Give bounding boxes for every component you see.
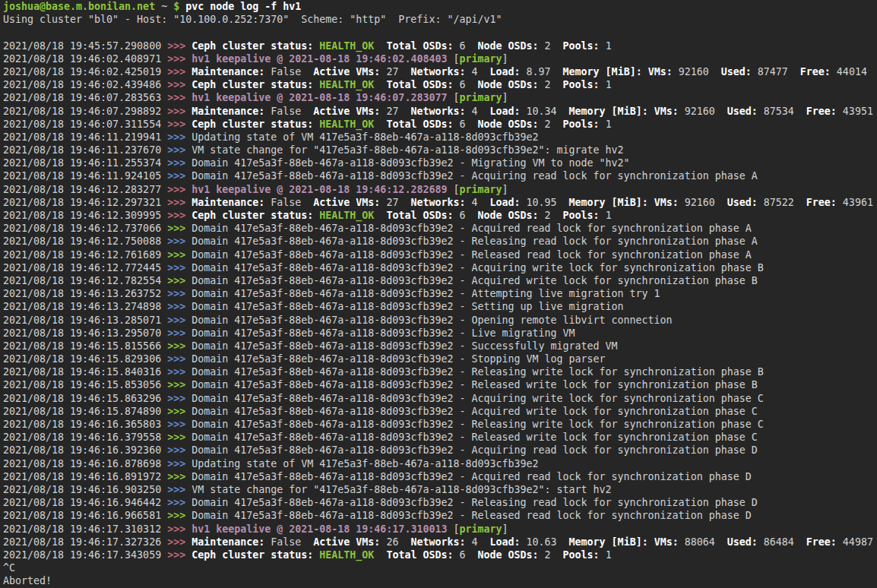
log-timestamp: 2021/08/18 19:46:17.310312 [3, 523, 167, 535]
log-timestamp: 2021/08/18 19:46:13.285071 [3, 315, 167, 326]
log-text-segment: Active VMs: [313, 66, 380, 77]
log-text-segment: Ceph cluster status: [192, 549, 313, 561]
log-line: 2021/08/18 19:46:15.840316 >>> Domain 41… [3, 365, 877, 378]
log-arrow: >>> [167, 484, 192, 495]
log-text-segment: Domain 417e5a3f-88eb-467a-a118-8d093cfb3… [192, 327, 575, 339]
log-arrow: >>> [167, 497, 192, 508]
log-text-segment: 4 [465, 197, 489, 208]
log-timestamp: 2021/08/18 19:45:57.290800 [3, 40, 167, 52]
log-text-segment: 87477 [752, 66, 800, 77]
log-text-segment: Domain 417e5a3f-88eb-467a-a118-8d093cfb3… [192, 157, 629, 169]
log-text-segment: Total OSDs: [386, 119, 453, 130]
log-arrow: >>> [167, 458, 192, 469]
log-text-segment: Pools: [563, 119, 600, 130]
log-text-segment: primary [459, 92, 502, 103]
log-arrow: >>> [167, 444, 192, 456]
log-text-segment: Domain 417e5a3f-88eb-467a-a118-8d093cfb3… [192, 432, 758, 443]
log-timestamp: 2021/08/18 19:46:07.311554 [3, 119, 167, 130]
log-text-segment: VM state change for "417e5a3f-88eb-467a-… [192, 484, 611, 495]
log-text-segment: ] [502, 92, 508, 103]
log-text-segment: 4 [465, 106, 489, 117]
log-arrow: >>> [167, 144, 192, 156]
log-text-segment: hv1 keepalive @ 2021-08-18 19:46:17.3100… [192, 523, 447, 535]
blank-line [3, 26, 877, 39]
log-arrow: >>> [167, 119, 192, 130]
log-text-segment: 87522 [758, 197, 806, 208]
log-timestamp: 2021/08/18 19:46:16.392360 [3, 444, 167, 456]
log-timestamp: 2021/08/18 19:46:12.737066 [3, 223, 167, 234]
log-arrow: >>> [167, 223, 192, 234]
log-timestamp: 2021/08/18 19:46:15.853056 [3, 379, 167, 390]
log-timestamp: 2021/08/18 19:46:12.772445 [3, 262, 167, 273]
log-text-segment: Pools: [563, 40, 600, 52]
log-text-segment: Pools: [563, 210, 600, 221]
log-timestamp: 2021/08/18 19:46:02.425019 [3, 66, 167, 77]
log-text-segment: Ceph cluster status: [192, 210, 313, 221]
log-line: 2021/08/18 19:46:11.924105 >>> Domain 41… [3, 169, 877, 182]
log-text-segment: Free: [800, 66, 831, 77]
log-timestamp: 2021/08/18 19:46:13.263752 [3, 288, 167, 299]
log-text-segment: Node OSDs: [477, 549, 538, 561]
log-text-segment: VMs: [654, 106, 679, 117]
log-text-segment: 27 [380, 197, 410, 208]
log-text-segment [374, 549, 386, 561]
log-timestamp: 2021/08/18 19:46:16.878698 [3, 458, 167, 469]
log-text-segment: Used: [727, 197, 758, 208]
log-timestamp: 2021/08/18 19:46:13.274898 [3, 301, 167, 312]
log-line: 2021/08/18 19:46:16.903250 >>> VM state … [3, 483, 877, 496]
prompt-symbol: $ [173, 1, 179, 12]
log-timestamp: 2021/08/18 19:46:15.874890 [3, 406, 167, 417]
log-arrow: >>> [167, 510, 192, 521]
log-text-segment: Domain 417e5a3f-88eb-467a-a118-8d093cfb3… [192, 315, 672, 326]
log-arrow: >>> [167, 393, 192, 404]
log-text-segment: Maintenance: [192, 66, 264, 77]
log-text-segment: 10.34 [521, 106, 569, 117]
log-text-segment: [ [447, 184, 459, 195]
log-text-segment: Pools: [563, 549, 600, 561]
log-arrow: >>> [167, 353, 192, 365]
log-text-segment: primary [459, 53, 502, 65]
log-arrow: >>> [167, 471, 192, 482]
log-text-segment: Memory [MiB]: [569, 106, 648, 117]
log-arrow: >>> [167, 406, 192, 417]
log-line: 2021/08/18 19:46:12.737066 >>> Domain 41… [3, 222, 877, 235]
log-text-segment: Domain 417e5a3f-88eb-467a-a118-8d093cfb3… [192, 249, 752, 261]
prompt-cwd: ~ [161, 1, 167, 12]
log-arrow: >>> [167, 432, 192, 443]
log-text-segment: HEALTH_OK [319, 119, 374, 130]
log-text-segment: Networks: [410, 536, 465, 548]
log-timestamp: 2021/08/18 19:46:12.761689 [3, 249, 167, 261]
log-line: 2021/08/18 19:46:15.829306 >>> Domain 41… [3, 352, 877, 365]
log-text-segment: 26 [380, 536, 410, 548]
log-text-segment: 43961 [837, 197, 873, 208]
log-text-segment: 4 [465, 66, 489, 77]
log-text-segment: 87534 [758, 106, 806, 117]
log-text-segment: 2 [539, 210, 563, 221]
log-arrow: >>> [167, 262, 192, 273]
log-timestamp: 2021/08/18 19:46:17.327326 [3, 536, 167, 548]
interrupt-line: ^C [3, 561, 877, 574]
log-line: 2021/08/18 19:46:13.274898 >>> Domain 41… [3, 300, 877, 313]
log-text-segment: 43951 [837, 106, 873, 117]
log-timestamp: 2021/08/18 19:46:15.840316 [3, 366, 167, 378]
log-text-segment: Maintenance: [192, 197, 264, 208]
log-text-segment: Total OSDs: [386, 210, 453, 221]
log-text-segment: [ [447, 523, 459, 535]
log-text-segment [374, 119, 386, 130]
log-text-segment: Used: [727, 106, 758, 117]
terminal-window[interactable]: joshua@base.m.bonilan.net ~ $ pvc node l… [0, 0, 877, 588]
log-text-segment [648, 197, 654, 208]
log-line: 2021/08/18 19:46:16.891972 >>> Domain 41… [3, 470, 877, 483]
log-line: 2021/08/18 19:46:12.283277 >>> hv1 keepa… [3, 183, 877, 196]
log-arrow: >>> [167, 66, 192, 77]
log-text-segment: Active VMs: [313, 106, 380, 117]
log-text-segment [374, 210, 386, 221]
log-text-segment: 44014 [831, 66, 867, 77]
log-line: 2021/08/18 19:46:15.815566 >>> Domain 41… [3, 340, 877, 352]
log-text-segment: VMs: [654, 536, 679, 548]
log-text-segment [374, 40, 386, 52]
log-arrow: >>> [167, 536, 192, 548]
log-arrow: >>> [167, 170, 192, 182]
log-text-segment: Domain 417e5a3f-88eb-467a-a118-8d093cfb3… [192, 510, 752, 521]
log-arrow: >>> [167, 379, 192, 390]
